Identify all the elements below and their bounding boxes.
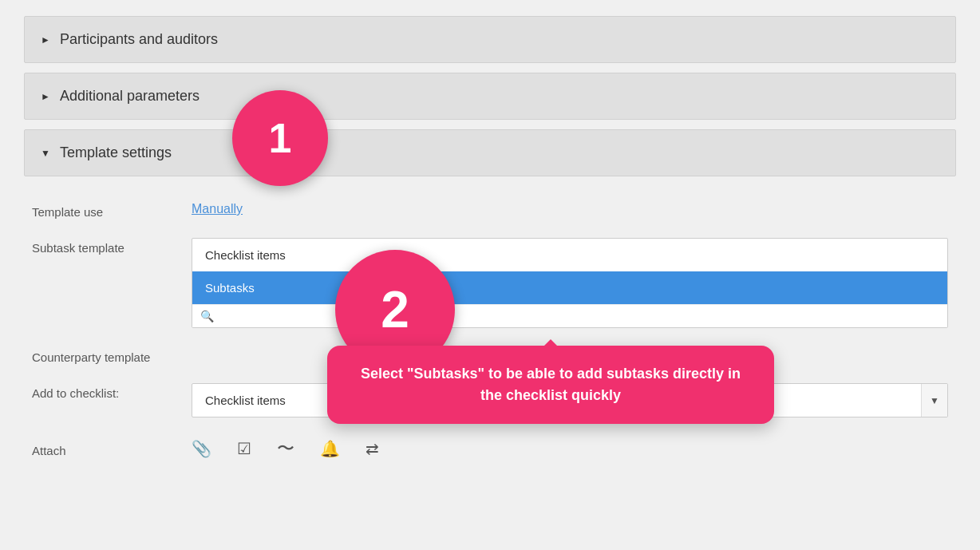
participants-arrow-icon: ► [41, 34, 50, 46]
dropdown-option-subtasks[interactable]: Subtasks [192, 271, 947, 304]
arrows-icon[interactable]: ⇄ [366, 439, 379, 458]
template-settings-section-header[interactable]: ▼ Template settings 1 [24, 129, 956, 176]
subtask-template-dropdown[interactable]: Checklist items Subtasks 🔍 [192, 238, 948, 328]
template-settings-content: 2 Select "Subtasks" to be able to add su… [24, 186, 956, 469]
dropdown-option-checklist-items[interactable]: Checklist items [192, 239, 947, 271]
tooltip-bubble: Select "Subtasks" to be able to add subt… [327, 346, 774, 424]
participants-section-title: Participants and auditors [60, 31, 218, 48]
template-settings-section-title: Template settings [60, 144, 172, 161]
additional-params-section-header[interactable]: ► Additional parameters [24, 73, 956, 120]
subtask-template-row: Subtask template Checklist items Subtask… [32, 238, 948, 328]
add-to-checklist-label: Add to checklist: [32, 383, 192, 400]
template-use-label: Template use [32, 202, 192, 219]
dropdown-search-row: 🔍 [192, 304, 947, 327]
subtask-template-dropdown-container: Checklist items Subtasks 🔍 [192, 238, 948, 328]
annotation-bubble-1: 1 [232, 90, 328, 186]
search-icon: 🔍 [200, 310, 214, 322]
counterparty-template-label: Counterparty template [32, 347, 192, 364]
checklist-icon[interactable]: ☑ [237, 439, 251, 458]
scroll-down-arrow-icon[interactable]: ▼ [921, 384, 947, 417]
participants-section-header[interactable]: ► Participants and auditors [24, 16, 956, 63]
additional-params-arrow-icon: ► [41, 91, 50, 102]
attach-row: Attach 📎 ☑ 〜 🔔 ⇄ [32, 437, 948, 461]
additional-params-section-title: Additional parameters [60, 88, 200, 105]
template-use-link[interactable]: Manually [192, 202, 243, 216]
bell-icon[interactable]: 🔔 [320, 439, 340, 458]
attach-label: Attach [32, 441, 192, 457]
paperclip-icon[interactable]: 📎 [192, 439, 211, 458]
template-use-value: Manually [192, 202, 948, 216]
template-settings-arrow-icon: ▼ [41, 148, 50, 159]
wave-icon[interactable]: 〜 [277, 437, 294, 461]
subtask-template-label: Subtask template [32, 238, 192, 255]
dropdown-search-input[interactable] [220, 310, 939, 322]
template-use-row: Template use Manually [32, 202, 948, 219]
